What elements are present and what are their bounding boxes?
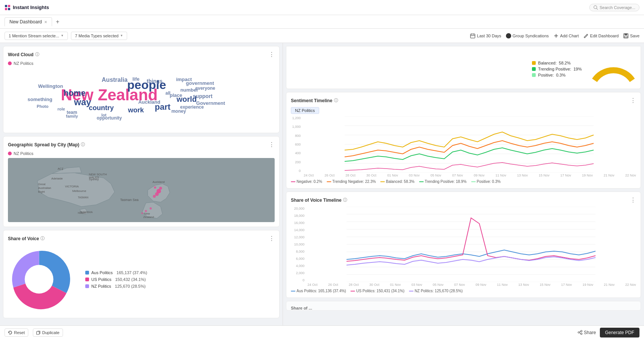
search-placeholder: Search Coverage... xyxy=(599,5,635,10)
trending-positive-value: 19% xyxy=(573,67,582,71)
group-syndications-label: Group Syndications xyxy=(513,34,549,38)
app-logo: Instant Insights xyxy=(5,5,49,11)
legend-us: US Politics: 150,431 (34.1%) xyxy=(350,289,404,293)
sentiment-timeline-info-icon[interactable]: ⓘ xyxy=(334,98,338,103)
geo-map-info-icon[interactable]: ⓘ xyxy=(81,142,85,147)
legend-nz-politics: NZ Politics 125,670 (28.5%) xyxy=(85,284,147,288)
search-bar[interactable]: Search Coverage... xyxy=(589,4,639,11)
app-name: Instant Insights xyxy=(13,5,49,10)
tabbar: New Dashboard ✕ + xyxy=(0,15,644,29)
svg-line-64 xyxy=(579,331,580,332)
legend-us-label: US Politics xyxy=(91,277,111,282)
date-range-button[interactable]: Last 30 Days xyxy=(470,33,501,38)
positive-label: Positive: xyxy=(538,73,554,77)
group-syndications-button[interactable]: Group Syndications xyxy=(506,33,549,38)
generate-pdf-button[interactable]: Generate PDF xyxy=(600,328,639,337)
legend-line-positive xyxy=(471,181,476,182)
next-widget-title: Share of ... xyxy=(291,306,636,310)
svg-text:Auckland: Auckland xyxy=(152,180,164,184)
stream-dot xyxy=(8,61,12,65)
legend-line-trending-positive xyxy=(419,181,424,182)
tab-add-button[interactable]: + xyxy=(54,18,61,26)
word-cloud-word: Australia xyxy=(102,77,128,83)
add-chart-label: Add Chart xyxy=(560,34,579,38)
sov-title: Share of Voice ⓘ xyxy=(8,236,45,241)
sov-x-axis-labels: 24 Oct 26 Oct 28 Oct 30 Oct 01 Nov 03 No… xyxy=(291,283,636,287)
chevron-down-icon: ▼ xyxy=(120,34,123,37)
word-cloud-stream: NZ Politics xyxy=(8,61,275,66)
edit-icon xyxy=(583,33,589,38)
tab-close-icon[interactable]: ✕ xyxy=(44,20,47,24)
word-cloud-widget: Word Cloud ⓘ ⋮ NZ Politics New Zealandpe… xyxy=(3,46,280,133)
balanced-label: Balanced: xyxy=(538,61,556,65)
positive-value: 0.3% xyxy=(556,73,566,77)
sov-menu-icon[interactable]: ⋮ xyxy=(269,235,275,242)
svg-point-17 xyxy=(159,187,162,190)
sentiment-timeline-chart: 1,200 1,000 800 600 400 200 0 xyxy=(291,116,636,173)
sentiment-chart-svg xyxy=(302,116,636,173)
filterbar-right: Last 30 Days Group Syndications Add Char… xyxy=(470,33,639,38)
tab-new-dashboard[interactable]: New Dashboard ✕ xyxy=(5,17,52,26)
sov-timeline-chart: 20,000 18,000 16,000 14,000 12,000 10,00… xyxy=(291,207,636,282)
word-cloud-menu-icon[interactable]: ⋮ xyxy=(269,51,275,58)
topbar: Instant Insights Search Coverage... xyxy=(0,0,644,15)
word-cloud-word: Photo xyxy=(37,104,48,109)
save-label: Save xyxy=(630,34,639,38)
svg-point-63 xyxy=(578,332,579,333)
sov-timeline-menu-icon[interactable]: ⋮ xyxy=(630,196,636,204)
media-types-filter[interactable]: 7 Media Types selected ▼ xyxy=(71,32,127,40)
word-cloud-word: family xyxy=(66,114,78,118)
svg-line-5 xyxy=(596,8,598,9)
edit-dashboard-label: Edit Dashboard xyxy=(590,34,619,38)
word-cloud-title: Word Cloud ⓘ xyxy=(8,52,39,57)
pie-chart xyxy=(8,248,70,310)
sov-info-icon[interactable]: ⓘ xyxy=(40,236,45,241)
svg-text:Adelaide: Adelaide xyxy=(51,177,63,180)
map-area: Great Australian Bight Adelaide VICTORIA… xyxy=(8,158,275,222)
balanced-value: 58.2% xyxy=(559,61,570,65)
legend-line-balanced xyxy=(380,181,385,182)
legend-line-aus xyxy=(291,291,295,291)
main-content: Word Cloud ⓘ ⋮ NZ Politics New Zealandpe… xyxy=(0,43,644,339)
stream-dot xyxy=(8,152,12,155)
word-cloud-word: Wellington xyxy=(38,83,63,89)
trending-positive-dot xyxy=(532,67,536,71)
legend-dot-us xyxy=(85,278,89,281)
bottombar-right: Share Generate PDF xyxy=(578,328,639,337)
duplicate-button[interactable]: Duplicate xyxy=(33,328,63,337)
legend-nz-value: 125,670 (28.5%) xyxy=(115,284,146,288)
duplicate-label: Duplicate xyxy=(42,330,60,335)
filterbar: 1 Mention Stream selecte... ▼ 7 Media Ty… xyxy=(0,29,644,43)
map-svg: Great Australian Bight Adelaide VICTORIA… xyxy=(8,158,275,222)
edit-dashboard-button[interactable]: Edit Dashboard xyxy=(583,33,619,38)
sentiment-timeline-menu-icon[interactable]: ⋮ xyxy=(630,97,636,104)
word-cloud-header: Word Cloud ⓘ ⋮ xyxy=(8,51,275,58)
group-syndications-icon xyxy=(506,33,511,38)
save-button[interactable]: Save xyxy=(623,33,639,38)
svg-text:Zealand: Zealand xyxy=(143,215,154,219)
sov-timeline-title: Share of Voice Timeline ⓘ xyxy=(291,197,347,203)
word-cloud-info-icon[interactable]: ⓘ xyxy=(35,52,39,57)
x-axis-labels: 24 Oct 26 Oct 28 Oct 30 Oct 01 Nov 03 No… xyxy=(291,173,636,177)
sov-legend: Aus Politics 165,137 (37.4%) US Politics… xyxy=(85,270,147,288)
sov-timeline-header: Share of Voice Timeline ⓘ ⋮ xyxy=(291,196,636,204)
geo-map-menu-icon[interactable]: ⋮ xyxy=(269,141,275,148)
sov-timeline-info-icon[interactable]: ⓘ xyxy=(343,197,347,203)
svg-text:WALES: WALES xyxy=(89,176,99,179)
legend-positive: Positive: 0.3% xyxy=(471,179,501,184)
mention-stream-filter[interactable]: 1 Mention Stream selecte... ▼ xyxy=(5,32,68,40)
add-chart-button[interactable]: Add Chart xyxy=(553,33,579,38)
reset-button[interactable]: Reset xyxy=(5,328,28,337)
svg-point-20 xyxy=(149,207,152,210)
share-button[interactable]: Share xyxy=(578,330,596,335)
word-cloud-word: support xyxy=(193,93,212,99)
legend-line-trending-negative xyxy=(327,181,331,182)
word-cloud-word: everyone xyxy=(195,86,215,91)
balanced-dot xyxy=(532,61,536,65)
sentiment-breakdown-widget: Balanced: 58.2% Trending Positive: 19% P… xyxy=(286,46,641,89)
logo-icon xyxy=(5,5,11,11)
donut-partial xyxy=(591,54,636,84)
svg-rect-1 xyxy=(8,5,10,7)
sentiment-timeline-title: Sentiment Timeline ⓘ xyxy=(291,98,338,103)
share-icon xyxy=(578,330,583,335)
